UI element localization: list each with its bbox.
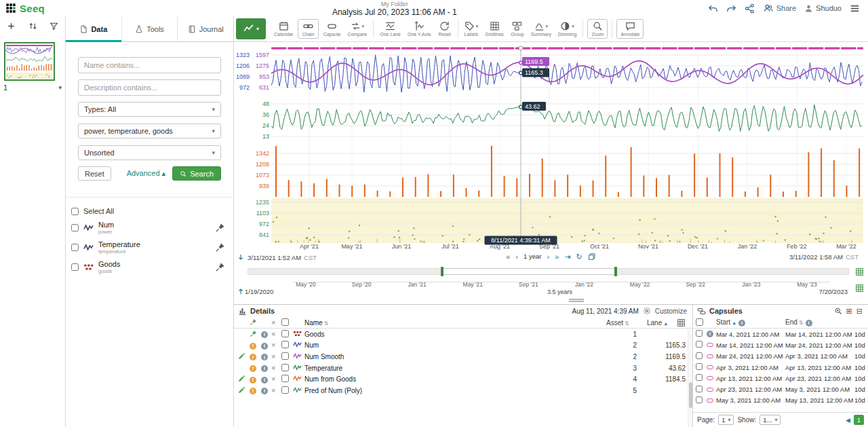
share-link-icon[interactable] xyxy=(745,3,755,14)
advanced-link[interactable]: Advanced ▴ xyxy=(127,169,166,178)
trend-chart[interactable]: 1323120610899721597127595363148362413134… xyxy=(234,42,868,250)
tab-tools[interactable]: Tools xyxy=(121,16,178,41)
description-search-input[interactable] xyxy=(78,79,221,96)
step-back-large-button[interactable]: « xyxy=(506,252,510,261)
info-icon[interactable]: i xyxy=(261,377,268,384)
hamburger-menu-icon[interactable] xyxy=(850,3,860,14)
capsule-row-checkbox[interactable] xyxy=(696,352,703,359)
pin-icon[interactable] xyxy=(250,330,257,337)
capsule-row-checkbox[interactable] xyxy=(696,386,703,392)
details-row-checkbox[interactable] xyxy=(281,386,289,394)
step-size-label[interactable]: 1 year xyxy=(524,252,541,261)
capsules-select-all-checkbox[interactable] xyxy=(696,318,703,326)
details-row-checkbox[interactable] xyxy=(281,330,289,337)
auto-update-icon[interactable]: ↻ xyxy=(576,252,583,261)
range-edit-icon[interactable] xyxy=(855,267,864,276)
toolbar-zoom[interactable]: Zoom xyxy=(587,19,608,39)
toolbar-annotate[interactable]: Annotate xyxy=(616,19,644,39)
remove-item-icon[interactable]: × xyxy=(271,352,275,360)
end-column-info-icon[interactable]: i xyxy=(806,320,812,327)
pin-icon[interactable] xyxy=(215,223,225,233)
step-back-button[interactable]: ‹ xyxy=(515,252,518,261)
user-menu[interactable]: Shuduo xyxy=(804,4,842,13)
scrollbar-thumb[interactable] xyxy=(689,382,692,408)
pin-icon[interactable] xyxy=(215,242,225,253)
capsule-info-icon[interactable]: i xyxy=(707,331,713,337)
panel-resize-handle[interactable] xyxy=(569,299,584,302)
data-item-checkbox[interactable] xyxy=(71,244,79,251)
info-icon[interactable]: i xyxy=(261,354,268,360)
search-button[interactable]: Search xyxy=(172,166,221,181)
toolbar-compare[interactable]: ▾Compare xyxy=(344,20,370,38)
step-forward-button[interactable]: › xyxy=(547,252,549,261)
details-row-checkbox[interactable] xyxy=(281,352,289,360)
data-item-checkbox[interactable] xyxy=(71,263,79,271)
toolbar-group[interactable]: Group xyxy=(507,20,528,38)
toolbar-dimming[interactable]: ▾Dimming xyxy=(555,20,580,38)
warning-icon[interactable]: ! xyxy=(250,365,256,372)
add-worksheet-icon[interactable] xyxy=(7,22,16,31)
pencil-icon[interactable] xyxy=(238,375,245,382)
page-select[interactable]: 1▾ xyxy=(718,415,734,425)
remove-item-icon[interactable]: × xyxy=(271,364,275,372)
filter-tags-dropdown[interactable]: power, temperature, goods ▾ xyxy=(78,124,221,138)
info-icon[interactable]: i xyxy=(261,331,268,338)
expand-panel-icon[interactable]: ⊞ xyxy=(846,308,852,315)
data-item-temperature[interactable]: Temperaturetemperature xyxy=(66,238,233,257)
capsule-row-checkbox[interactable] xyxy=(696,363,703,370)
breadcrumb[interactable]: My Folder xyxy=(81,1,708,7)
full-range-start[interactable]: 1/19/2020 xyxy=(245,288,273,295)
info-icon[interactable]: i xyxy=(261,343,268,350)
column-options-icon[interactable] xyxy=(677,318,686,327)
toolbar-reset[interactable]: Reset xyxy=(435,20,455,38)
toolbar-summary[interactable]: ▾Summary xyxy=(528,20,555,38)
customize-button[interactable]: Customize xyxy=(655,308,687,315)
share-button[interactable]: Share xyxy=(763,3,796,13)
pin-all-icon[interactable] xyxy=(250,318,257,326)
trend-view-button[interactable]: ▾ xyxy=(236,18,266,39)
column-header-name[interactable]: Name⇅ xyxy=(304,319,606,327)
tab-journal[interactable]: Journal xyxy=(177,16,233,41)
remove-item-icon[interactable]: × xyxy=(271,375,275,383)
warning-icon[interactable]: ! xyxy=(250,377,256,384)
sort-dropdown[interactable]: Unsorted ▾ xyxy=(78,145,221,160)
step-forward-large-button[interactable]: » xyxy=(555,252,559,261)
start-column-info-icon[interactable]: i xyxy=(738,320,745,327)
toolbar-labels[interactable]: ▾Labels xyxy=(461,20,482,38)
previous-page-icon[interactable]: ◀ xyxy=(846,417,850,424)
tab-data[interactable]: Data xyxy=(66,16,121,41)
filter-worksheets-icon[interactable] xyxy=(50,22,58,31)
toolbar-gridlines[interactable]: Gridlines xyxy=(481,20,507,38)
pencil-icon[interactable] xyxy=(238,386,245,394)
column-header-end[interactable]: End⇅i xyxy=(785,318,854,327)
warning-icon[interactable]: ! xyxy=(250,388,256,394)
data-item-goods[interactable]: Goodsgoods xyxy=(66,257,233,277)
seeq-logo[interactable]: Seeq xyxy=(0,3,81,14)
capsule-row-checkbox[interactable] xyxy=(696,396,703,403)
worksheet-thumbnail[interactable] xyxy=(4,42,55,81)
info-icon[interactable]: i xyxy=(261,365,268,372)
column-header-asset[interactable]: Asset⇅ xyxy=(606,319,647,327)
capsule-row-checkbox[interactable] xyxy=(696,330,703,337)
column-header-start[interactable]: Start▲i xyxy=(716,318,785,327)
details-row-checkbox[interactable] xyxy=(281,341,289,348)
toolbar-chain[interactable]: Chain xyxy=(298,19,318,39)
undo-icon[interactable] xyxy=(708,3,718,14)
zoom-to-capsule-icon[interactable] xyxy=(834,307,842,315)
step-to-end-button[interactable]: ⇥ xyxy=(564,252,570,261)
capsule-row-checkbox[interactable] xyxy=(696,341,703,348)
toolbar-one-y-axis[interactable]: One Y-Axis xyxy=(404,20,435,38)
redo-icon[interactable] xyxy=(726,3,736,14)
sort-worksheets-icon[interactable] xyxy=(28,22,37,31)
details-scrollbar[interactable] xyxy=(688,329,692,427)
full-range-edit-icon[interactable] xyxy=(855,284,864,293)
name-search-input[interactable] xyxy=(78,57,221,73)
remove-item-icon[interactable]: × xyxy=(271,386,275,394)
details-row-checkbox[interactable] xyxy=(281,375,289,382)
remove-item-icon[interactable]: × xyxy=(271,330,275,338)
range-slider-track[interactable] xyxy=(248,268,849,275)
collapse-panel-icon[interactable]: ⊟ xyxy=(856,308,863,315)
details-select-all-checkbox[interactable] xyxy=(281,318,289,326)
range-slider-handle-right[interactable] xyxy=(614,267,617,276)
warning-icon[interactable]: ! xyxy=(250,343,256,350)
